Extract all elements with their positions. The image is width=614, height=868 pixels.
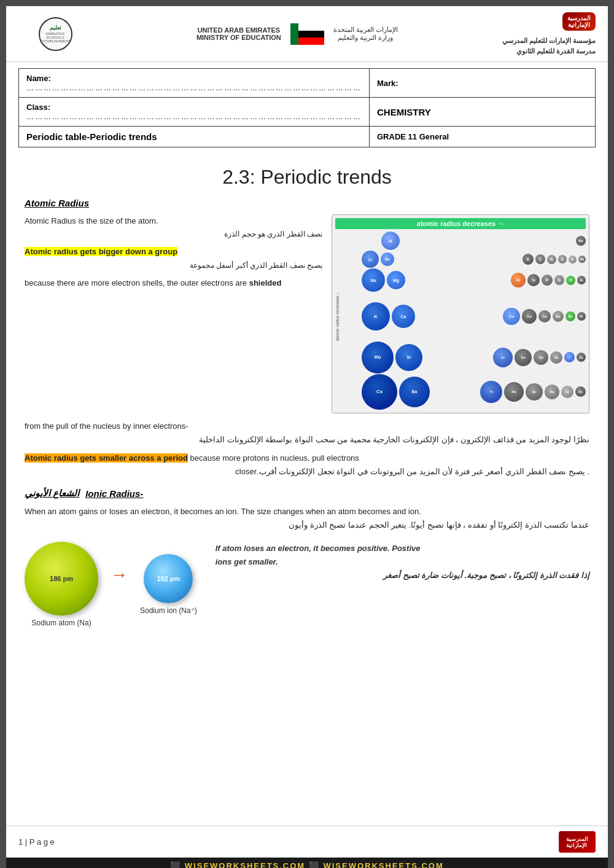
pt-Br: Br xyxy=(565,311,575,321)
svg-rect-1 xyxy=(298,23,324,31)
atomic-radius-section: Atomic Radius is the size of the atom. ن… xyxy=(25,214,589,413)
ar-because-en: because there are more electron shells, … xyxy=(25,278,281,287)
pt-box: atomic radius decreases → H He xyxy=(332,214,589,413)
pt-title: atomic radius decreases → xyxy=(335,218,586,229)
pt-At: At xyxy=(561,386,573,398)
sodium-atom-item: 186 pm Sodium atom (Na) xyxy=(25,542,98,627)
italic-description: If atom loses an electron, it becomes po… xyxy=(206,542,589,582)
sodium-atom-label: Sodium atom (Na) xyxy=(31,619,91,627)
svg-rect-3 xyxy=(298,37,324,45)
pt-Ga: Ga xyxy=(503,308,520,325)
watermark-bar: ⬛ WISEWORKSHEETS.COM ⬛ WISEWORKSHEETS.CO… xyxy=(6,858,608,868)
nucleus-para: from the pull of the nucleus by inner el… xyxy=(25,420,589,447)
svg-rect-0 xyxy=(290,23,298,45)
class-row-left: Class: ………………………………………………………………………………………… xyxy=(19,98,370,127)
header-center: UNITED ARAB EMIRATES MINISTRY OF EDUCATI… xyxy=(98,23,496,45)
ar-because-para: because there are more electron shells, … xyxy=(25,276,322,290)
ionic-title-ar: الشعاع الأيوني xyxy=(25,488,79,499)
pt-row4-label: atomic radius increases ↓ xyxy=(335,292,360,341)
pt-Cs: Cs xyxy=(362,374,397,410)
atom-diagrams: 186 pm Sodium atom (Na) → 102 pm Sodium … xyxy=(25,542,197,627)
pt-row-3: Na Mg Al Si P S Cl Ar xyxy=(335,268,586,292)
ar-intro-ar: نصف القطر الذري هو حجم الذرة xyxy=(25,228,322,240)
ar-nucleus-en: from the pull of the nucleus by inner el… xyxy=(25,421,188,431)
pt-grid: H He Li Be B xyxy=(335,232,586,410)
pt-row-1: H He xyxy=(360,232,586,250)
school-arabic: مدرسة القدرة للتعليم الثانوي xyxy=(516,47,596,55)
pt-In: In xyxy=(493,348,513,367)
pt-As: As xyxy=(538,310,551,323)
atom-diagram-section: 186 pm Sodium atom (Na) → 102 pm Sodium … xyxy=(25,542,589,627)
grade-label: GRADE 11 General xyxy=(377,132,449,141)
sodium-atom-pm: 186 pm xyxy=(50,575,73,582)
pt-Xe: Xe xyxy=(577,353,586,362)
pt-Sr: Sr xyxy=(395,344,422,371)
uae-flag-icon xyxy=(290,23,324,45)
pt-Rn: Rn xyxy=(575,386,586,397)
page-number: 1 | P a g e xyxy=(18,837,55,846)
uae-text: UNITED ARAB EMIRATES MINISTRY OF EDUCATI… xyxy=(196,26,281,41)
pt-I: I xyxy=(564,352,575,362)
pt-Sb: Sb xyxy=(534,350,548,365)
ionic-title-en: Ionic Radius- xyxy=(85,488,143,499)
ar-smaller-ar: . يصبح نصف القطر الذري أصغر عبر فترة لأن… xyxy=(25,465,589,479)
svg-rect-2 xyxy=(298,31,324,37)
pt-K: K xyxy=(362,302,390,330)
ar-intro-en: Atomic Radius is the size of the atom. xyxy=(25,216,158,225)
pt-row-5: Rb Sr In Sn Sb Te I Xe xyxy=(335,342,586,373)
ar-nucleus-ar: نظرًا لوجود المزيد من قذائف الإلكترون ، … xyxy=(25,433,589,447)
class-dots: ……………………………………………………………………………………………………… xyxy=(26,112,362,121)
mark-label: Mark: xyxy=(377,79,398,88)
footer-logo: المدرسيةالإماراتية xyxy=(559,831,596,853)
pt-row-4: atomic radius increases ↓ K Ca Ga Ge As … xyxy=(335,292,586,341)
pt-Te: Te xyxy=(550,351,562,364)
ar-bigger-en: Atomic radius gets bigger down a group xyxy=(25,247,177,256)
periodic-table-image: atomic radius decreases → H He xyxy=(332,214,589,413)
chemistry-row-right: CHEMISTRY xyxy=(370,98,596,127)
sodium-ion-pm: 102 pm xyxy=(157,575,180,582)
italic-text-1: If atom loses an electron, it becomes po… xyxy=(216,542,589,555)
info-table: Name: …………………………………………………………………………………………… xyxy=(18,68,596,147)
pt-N: N xyxy=(547,255,556,264)
ar-smaller-en: Atomic radius gets smaller across a peri… xyxy=(25,453,188,463)
watermark-text: ⬛ WISEWORKSHEETS.COM ⬛ WISEWORKSHEETS.CO… xyxy=(170,861,444,868)
ionic-intro-en2: atom becomes and ion. xyxy=(338,507,421,516)
pt-Mg: Mg xyxy=(387,271,405,289)
pt-Pb: Pb xyxy=(504,382,524,402)
right-logo-area: المدرسيةالإماراتية مؤسسة الإمارات للتعلي… xyxy=(502,12,596,55)
arabic-ministry-text: الإمارات العربية المتحدة وزارة التربية و… xyxy=(333,26,398,42)
pt-Cl: Cl xyxy=(566,276,575,285)
header: تعليم EMIRATES SCHOOLSESTABLISHMENT UNIT… xyxy=(6,6,608,62)
pt-B: B xyxy=(523,254,534,265)
italic-text-2: ions get smaller. xyxy=(216,555,589,569)
grade-row-right: GRADE 11 General xyxy=(370,127,596,147)
pt-Po: Po xyxy=(545,385,559,399)
chemistry-label: CHEMISTRY xyxy=(377,107,431,117)
ionic-intro-para: When an atom gains or loses an electron,… xyxy=(25,505,589,532)
pt-Al: Al xyxy=(511,273,526,287)
pt-Bi: Bi xyxy=(526,383,543,401)
pt-Kr: Kr xyxy=(577,312,586,321)
ar-smaller-reason-en: because more protons in nucleus, pull el… xyxy=(190,453,359,463)
pt-Sn: Sn xyxy=(515,349,532,366)
subject-title: Periodic table-Periodic trends xyxy=(26,131,157,142)
sodium-ion-item: 102 pm Sodium ion (Na⁺) xyxy=(140,554,197,615)
pt-P: P xyxy=(542,275,553,286)
name-dots: ……………………………………………………………………………………………………… xyxy=(26,84,362,92)
pt-Ne: Ne xyxy=(578,256,586,263)
emirates-schools-logo: تعليم EMIRATES SCHOOLSESTABLISHMENT xyxy=(39,17,72,51)
atomic-radius-title: Atomic Radius xyxy=(25,198,589,208)
page: تعليم EMIRATES SCHOOLSESTABLISHMENT UNIT… xyxy=(6,6,608,868)
main-title: 2.3: Periodic trends xyxy=(6,166,608,189)
pt-row-2: Li Be B C N O F Ne xyxy=(335,251,586,268)
pt-Li: Li xyxy=(362,251,379,268)
ar-bigger-ar: يصبح نصف القطر الذري أكبر أسفل مجموعة xyxy=(25,259,322,272)
pt-Na: Na xyxy=(362,268,385,292)
pt-Ar: Ar xyxy=(577,276,586,284)
pt-Rb: Rb xyxy=(362,342,394,373)
sodium-atom-circle: 186 pm xyxy=(25,542,98,616)
pt-row-6: Cs Ba Tl Pb Bi Po At Rn xyxy=(335,374,586,410)
pt-Be: Be xyxy=(381,252,394,266)
ionic-radius-title: الشعاع الأيوني Ionic Radius- xyxy=(25,488,589,499)
institution-arabic: مؤسسة الإمارات للتعليم المدرسي xyxy=(502,37,596,45)
